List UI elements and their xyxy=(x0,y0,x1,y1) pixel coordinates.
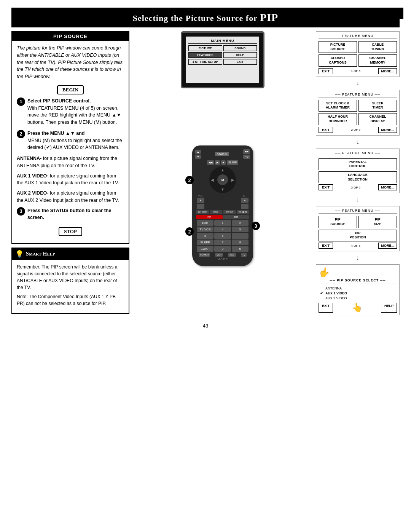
remote-status-btn[interactable]: STATUS xyxy=(215,152,229,156)
remote-pos[interactable]: POS xyxy=(210,210,223,214)
menu-box-3: ── FEATURE MENU ── PARENTALCONTROL LANGU… xyxy=(316,149,400,193)
menu-box-1: ── FEATURE MENU ── PICTURESOURCE CABLETU… xyxy=(316,31,400,77)
remote-rew[interactable]: ◀◀ xyxy=(207,160,214,165)
remote-pip-btn[interactable]: PIP xyxy=(196,215,223,219)
remote-swap-btn[interactable]: SWAP xyxy=(197,246,213,252)
remote-mode-label: M O D E xyxy=(195,258,250,260)
remote-btn-9[interactable]: 9 xyxy=(214,246,231,252)
remote-on-off[interactable]: ON OFF xyxy=(196,210,209,214)
menu-3-more[interactable]: MORE... xyxy=(378,184,397,190)
menu-2-page: 2 OF 5 xyxy=(351,128,360,131)
remote-vol-up[interactable]: + xyxy=(197,198,204,203)
menu-4-title: ── FEATURE MENU ── xyxy=(319,209,397,214)
remote-vol-ch-area: VOL + – CH + – xyxy=(197,195,249,209)
pip-select-title: ── PIP SOURCE SELECT ── xyxy=(319,278,397,283)
pip-select-aux2-label: AUX 2 VIDEO xyxy=(325,296,347,300)
remote-mode-row: POWER VCR ACC TV xyxy=(196,253,249,257)
remote-pg[interactable]: PG xyxy=(243,155,250,159)
remote-tv[interactable]: TV xyxy=(241,253,247,257)
arrow-down-2: ↓ xyxy=(316,139,400,145)
remote-vol-label: VOL xyxy=(198,195,203,197)
pip-source-box: PIP SOURCE The picture for the PIP windo… xyxy=(11,31,129,244)
pip-select-exit[interactable]: EXIT xyxy=(319,303,333,313)
menu-1-footer: EXIT 1 OF 5 MORE... xyxy=(319,68,397,74)
left-column: PIP SOURCE The picture for the PIP windo… xyxy=(11,27,129,315)
remote-ch-dn-btn[interactable]: – xyxy=(241,204,249,209)
remote-btn-100[interactable]: 100+ xyxy=(197,220,213,226)
remote-freeze[interactable]: FREEZE xyxy=(237,210,250,214)
menu-box-4: ── FEATURE MENU ── PIPSOURCE PIPSIZE PIP… xyxy=(316,206,400,251)
remote-btn-8[interactable]: 8 xyxy=(232,240,249,245)
pip-select-antenna-check xyxy=(320,286,324,290)
remote-btn-6[interactable]: 6 xyxy=(214,233,231,239)
menu-3-exit[interactable]: EXIT xyxy=(319,184,333,190)
remote-m-button[interactable]: M xyxy=(217,174,228,185)
remote-btn-1[interactable]: 1 xyxy=(214,220,231,226)
pip-select-aux1-check: ✔ xyxy=(320,291,324,295)
remote-vol-dn[interactable]: – xyxy=(197,204,204,209)
menu-4-exit[interactable]: EXIT xyxy=(319,243,333,249)
pip-source-content: The picture for the PIP window can come … xyxy=(12,41,129,243)
remote-ch-dn[interactable]: ▼ xyxy=(195,155,201,159)
pip-select-antenna-label: ANTENNA xyxy=(325,286,342,290)
remote-btn-7[interactable]: 7 xyxy=(214,240,231,245)
pip-select-aux2: AUX 2 VIDEO xyxy=(320,296,395,300)
remote-pip-swap[interactable]: SW AP xyxy=(223,210,236,214)
step-1: 1 Select PIP SOURCE control. With FEATUR… xyxy=(17,97,124,126)
remote-ff[interactable]: ▶▶ xyxy=(243,149,250,154)
menu-3-parental: PARENTALCONTROL xyxy=(319,158,397,170)
remote-control: ▲ ▼ STATUS ▶▶ PG ◀◀ ▶ ■ SLEEP xyxy=(192,145,253,266)
pip-select-box: 👆 ── PIP SOURCE SELECT ── ANTENNA ✔ AUX … xyxy=(316,264,400,315)
page-header: Selecting the Picture Source for PIP xyxy=(11,8,400,27)
remote-top-left: ▲ ▼ xyxy=(195,150,201,159)
remote-sleep-btn[interactable]: SLEEP xyxy=(197,240,213,245)
smart-help-p2: Note: The Component Video Inputs (AUX 1 … xyxy=(17,293,124,307)
remote-btn-4[interactable]: 4 xyxy=(214,227,231,232)
remote-sleep[interactable]: SLEEP xyxy=(227,160,239,165)
menu-1-more[interactable]: MORE... xyxy=(378,68,397,74)
menu-4-grid: PIPSOURCE PIPSIZE xyxy=(319,216,397,228)
remote-btn-3[interactable]: 3 xyxy=(197,233,213,239)
remote-nav-circle: ▲ ▼ ◀ ▶ M xyxy=(209,166,236,193)
menu-4-page: 4 OF 5 xyxy=(351,244,360,248)
remote-nav-left[interactable]: ◀ xyxy=(211,178,214,182)
pip-select-hand-area: 👆 xyxy=(319,267,397,278)
menu-1-picture-source: PICTURESOURCE xyxy=(319,41,357,53)
menu-2-more[interactable]: MORE... xyxy=(378,127,397,133)
menu-3-title: ── FEATURE MENU ── xyxy=(319,151,397,156)
remote-btn-0[interactable]: 0 xyxy=(232,246,249,252)
remote-nav-up[interactable]: ▲ xyxy=(221,168,225,172)
remote-ch-up[interactable]: ▲ xyxy=(195,150,201,154)
remote-ch-up-btn[interactable]: + xyxy=(241,198,249,203)
menu-1-exit[interactable]: EXIT xyxy=(319,68,333,74)
remote-btn-5[interactable]: 5 xyxy=(232,227,249,232)
lightbulb-icon: 💡 xyxy=(15,250,24,258)
remote-nav-down[interactable]: ▼ xyxy=(221,187,225,192)
remote-tv-vcr[interactable]: TV VCR xyxy=(197,227,213,232)
remote-sub-btn[interactable]: SUB xyxy=(223,215,249,219)
remote-top-area: ▲ ▼ STATUS ▶▶ PG xyxy=(195,149,250,159)
menu-2-footer: EXIT 2 OF 5 MORE... xyxy=(319,127,397,133)
remote-btn-2[interactable]: 2 xyxy=(232,220,249,226)
header-pip: PIP xyxy=(260,11,278,23)
remote-nav-right[interactable]: ▶ xyxy=(231,178,234,182)
remote-top-right: ▶▶ PG xyxy=(243,149,250,159)
menu-2-exit[interactable]: EXIT xyxy=(319,127,333,133)
menu-1-grid: PICTURESOURCE CABLETUNING CLOSEDCAPTIONS… xyxy=(319,41,397,67)
remote-vcr[interactable]: VCR xyxy=(215,253,223,257)
pip-source-intro: The picture for the PIP window can come … xyxy=(17,45,124,80)
remote-acc[interactable]: ACC xyxy=(228,253,236,257)
arrow-down-3: ↓ xyxy=(316,196,400,203)
remote-stop[interactable]: ■ xyxy=(221,160,226,165)
antenna-text: ANTENNA- for a picture signal coming fro… xyxy=(17,155,124,169)
menu-4-more[interactable]: MORE... xyxy=(378,243,397,249)
menu-4-footer: EXIT 4 OF 5 MORE... xyxy=(319,243,397,249)
page-number: 43 xyxy=(0,323,411,329)
step-1-number: 1 xyxy=(17,97,25,106)
remote-play[interactable]: ▶ xyxy=(215,160,220,165)
step-2-content: Press the MENU ▲▼ and MENU (M) buttons t… xyxy=(27,130,124,151)
smart-help-box: 💡 SMART HELP Remember. The PIP screen wi… xyxy=(11,248,129,314)
pip-select-help[interactable]: HELP xyxy=(381,303,397,313)
remote-power[interactable]: POWER xyxy=(199,253,210,257)
menu-1-cable-tuning: CABLETUNING xyxy=(358,41,397,53)
